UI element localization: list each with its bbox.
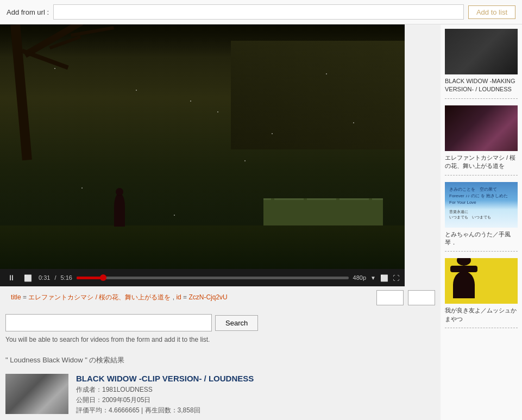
result-title[interactable]: BLACK WIDOW -CLIP VERSION- / LOUDNESS: [76, 374, 435, 383]
video-controls: ⏸ ⬜ 0:31 / 5:16 480p ▼ ⬜: [0, 269, 405, 286]
caption-icon: ⬜: [380, 274, 388, 282]
left-panel: ⏸ ⬜ 0:31 / 5:16 480p ▼ ⬜: [0, 24, 441, 420]
result-author: 作成者：1981LOUDNESS: [76, 385, 435, 394]
copy-button-1[interactable]: [376, 290, 404, 305]
quality-chevron-icon: ▼: [370, 275, 376, 281]
pause-button[interactable]: ⏸: [5, 272, 17, 283]
title-label: title: [11, 293, 21, 301]
sidebar-thumb-image-0: [445, 29, 518, 74]
result-thumbnail[interactable]: [5, 374, 68, 414]
fullscreen-icon: ⛶: [393, 274, 399, 282]
result-item: BLACK WIDOW -CLIP VERSION- / LOUDNESS 作成…: [0, 369, 441, 420]
title-equals: =: [23, 293, 28, 301]
search-section: Loudness Black Widow Search You will be …: [0, 309, 441, 349]
quality-button[interactable]: 480p: [353, 274, 366, 281]
id-value: ZczN-Cjq2vU: [188, 293, 227, 301]
sidebar-thumb-2: きみのことを 空の果て Forever ♪♪ のに を 抱きしめた For Yo…: [445, 182, 518, 228]
total-time: 5:16: [60, 274, 72, 281]
right-panel: BLACK WIDOW -MAKING VERSION- / LOUDNESS …: [441, 24, 522, 420]
result-rating: 評価平均：4.6666665 | 再生回数：3,858回: [76, 406, 435, 415]
progress-fill: [77, 277, 104, 279]
result-thumb-image: [5, 374, 68, 414]
stop-icon: ⬜: [24, 274, 32, 282]
copy-button-2[interactable]: [408, 290, 435, 305]
copy-buttons: [376, 290, 435, 305]
search-form: Loudness Black Widow Search: [5, 314, 435, 331]
result-info: BLACK WIDOW -CLIP VERSION- / LOUDNESS 作成…: [76, 374, 435, 416]
sidebar-label-0: BLACK WIDOW -MAKING VERSION- / LOUDNESS: [445, 77, 518, 94]
sidebar-label-3: 我が良き友よ／ムッシュかまやつ: [445, 306, 518, 323]
sidebar-item-1[interactable]: エレファントカシマシ / 桜の花、舞い上がる道を: [445, 105, 518, 175]
video-scene: [0, 24, 405, 269]
current-time: 0:31: [39, 274, 50, 281]
progress-thumb: [100, 274, 106, 281]
search-input[interactable]: Loudness Black Widow: [5, 314, 212, 331]
video-player[interactable]: [0, 24, 405, 269]
caption-button[interactable]: ⬜: [380, 273, 388, 282]
id-label: id: [176, 293, 181, 301]
sidebar-thumb-0: [445, 29, 518, 74]
title-info-row: title = エレファントカシマシ / 桜の花、舞い上がる道を , id = …: [0, 286, 441, 309]
sidebar-thumb-image-2: きみのことを 空の果て Forever ♪♪ のに を 抱きしめた For Yo…: [445, 182, 518, 228]
topbar: Add from url : Add to list: [0, 0, 522, 24]
fullscreen-button[interactable]: ⛶: [393, 273, 399, 282]
add-to-list-button[interactable]: Add to list: [468, 5, 515, 19]
search-button[interactable]: Search: [215, 315, 258, 331]
title-link[interactable]: エレファントカシマシ / 桜の花、舞い上がる道を: [28, 293, 171, 301]
sidebar-item-2[interactable]: きみのことを 空の果て Forever ♪♪ のに を 抱きしめた For Yo…: [445, 182, 518, 252]
result-published: 公開日：2009年05月05日: [76, 396, 435, 405]
url-label: Add from url :: [7, 8, 49, 16]
sidebar-item-3[interactable]: 我が良き友よ／ムッシュかまやつ: [445, 258, 518, 328]
sidebar-thumb-image-1: [445, 105, 518, 151]
progress-bar[interactable]: [77, 277, 349, 279]
id-equals: =: [183, 293, 188, 301]
search-hint: You will be able to search for videos fr…: [5, 336, 435, 343]
sidebar-label-2: とみちゃんのうた／手風琴．: [445, 230, 518, 247]
video-container: ⏸ ⬜ 0:31 / 5:16 480p ▼ ⬜: [0, 24, 405, 286]
sidebar-item-0[interactable]: BLACK WIDOW -MAKING VERSION- / LOUDNESS: [445, 29, 518, 99]
search-results-title: " Loudness Black Widow " の検索結果: [0, 349, 441, 369]
sidebar-thumb-image-3: [445, 258, 518, 304]
sidebar-label-1: エレファントカシマシ / 桜の花、舞い上がる道を: [445, 154, 518, 171]
sidebar-thumb-1: [445, 105, 518, 151]
stop-button[interactable]: ⬜: [22, 273, 34, 283]
main-content: ⏸ ⬜ 0:31 / 5:16 480p ▼ ⬜: [0, 24, 522, 420]
pause-icon: ⏸: [8, 273, 15, 282]
url-input[interactable]: [53, 4, 464, 20]
time-separator: /: [54, 274, 56, 281]
title-info: title = エレファントカシマシ / 桜の花、舞い上がる道を , id = …: [5, 289, 233, 306]
sidebar-thumb-3: [445, 258, 518, 304]
